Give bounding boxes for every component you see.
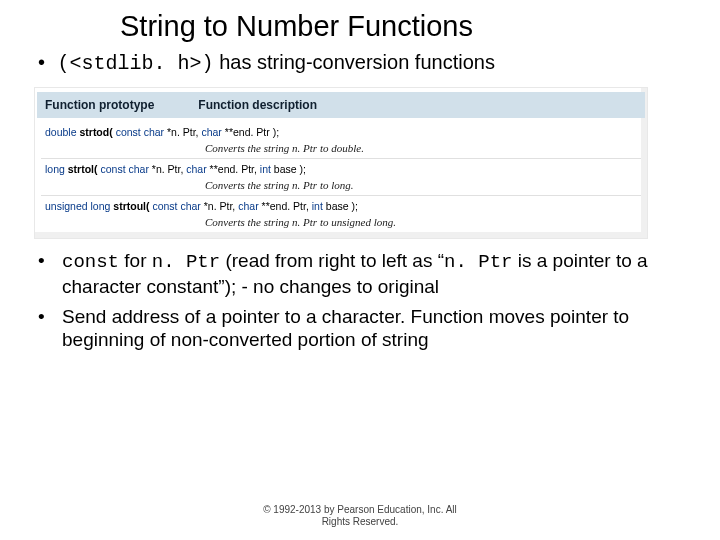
keyword: long	[45, 163, 65, 175]
code-const: const	[62, 251, 119, 273]
text: for	[119, 250, 152, 271]
bullet-send-address: •Send address of a pointer to a characte…	[38, 305, 690, 353]
keyword: double	[45, 126, 77, 138]
description-text: Converts the string n. Ptr to double.	[45, 142, 637, 154]
bullet-dot-icon: •	[38, 51, 52, 74]
function-name: strtoul(	[113, 200, 149, 212]
table-row: long strtol( const char *n. Ptr, char **…	[41, 159, 641, 196]
description-text: Converts the string n. Ptr to unsigned l…	[45, 216, 637, 228]
intro-bullet: • (<stdlib. h>) has string-conversion fu…	[38, 51, 690, 75]
param-text: base );	[271, 163, 306, 175]
footer-line1: © 1992-2013 by Pearson Education, Inc. A…	[263, 504, 457, 515]
param-text: **end. Ptr,	[207, 163, 260, 175]
footer-line2: Rights Reserved.	[322, 516, 399, 527]
function-name: strtod(	[79, 126, 112, 138]
keyword: char	[238, 200, 258, 212]
keyword: char	[186, 163, 206, 175]
bullet-dot-icon: •	[38, 305, 62, 329]
keyword: int	[260, 163, 271, 175]
param-text: base );	[323, 200, 358, 212]
description-text: Converts the string n. Ptr to long.	[45, 179, 637, 191]
intro-paren-open: (	[58, 52, 70, 75]
param-text: *n. Ptr,	[201, 200, 238, 212]
text: (read from right to left as “	[220, 250, 444, 271]
prototype-text: double strtod( const char *n. Ptr, char …	[45, 126, 637, 138]
table-header-desc: Function description	[198, 98, 317, 112]
param-text: **end. Ptr );	[222, 126, 279, 138]
text: Send address of a pointer to a character…	[62, 306, 629, 351]
param-text: *n. Ptr,	[164, 126, 201, 138]
slide: String to Number Functions • (<stdlib. h…	[0, 0, 720, 540]
table-header-proto: Function prototype	[45, 98, 195, 112]
table-row: double strtod( const char *n. Ptr, char …	[41, 122, 641, 159]
bullet-dot-icon: •	[38, 249, 62, 273]
table-row: unsigned long strtoul( const char *n. Pt…	[41, 196, 641, 232]
keyword: const char	[116, 126, 164, 138]
bullet-const: •const for n. Ptr (read from right to le…	[38, 249, 690, 299]
keyword: const char	[152, 200, 200, 212]
code-nptr: n. Ptr	[152, 251, 220, 273]
keyword: int	[312, 200, 323, 212]
intro-paren-close: )	[202, 52, 214, 75]
table-header: Function prototype Function description	[37, 92, 645, 118]
function-name: strtol(	[68, 163, 98, 175]
keyword: const char	[100, 163, 148, 175]
intro-rest: has string-conversion functions	[214, 51, 495, 73]
code-nptr: n. Ptr	[444, 251, 512, 273]
slide-title: String to Number Functions	[120, 10, 690, 43]
prototype-text: unsigned long strtoul( const char *n. Pt…	[45, 200, 637, 212]
param-text: *n. Ptr,	[149, 163, 186, 175]
copyright-footer: © 1992-2013 by Pearson Education, Inc. A…	[0, 504, 720, 528]
prototype-text: long strtol( const char *n. Ptr, char **…	[45, 163, 637, 175]
keyword: unsigned long	[45, 200, 110, 212]
keyword: char	[201, 126, 221, 138]
function-table: Function prototype Function description …	[34, 87, 648, 239]
intro-header-code: <stdlib. h>	[70, 52, 202, 75]
param-text: **end. Ptr,	[259, 200, 312, 212]
